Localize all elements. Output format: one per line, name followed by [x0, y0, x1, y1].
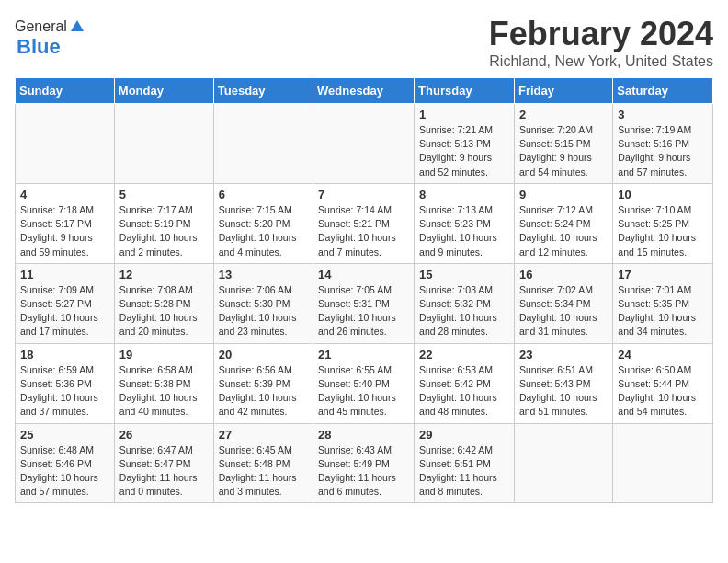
- calendar-body: 1Sunrise: 7:21 AM Sunset: 5:13 PM Daylig…: [16, 104, 713, 503]
- calendar-row-0: 1Sunrise: 7:21 AM Sunset: 5:13 PM Daylig…: [16, 104, 713, 184]
- main-title: February 2024: [489, 15, 713, 53]
- logo: General Blue: [15, 18, 85, 59]
- day-number: 14: [318, 268, 409, 282]
- day-info: Sunrise: 6:48 AM Sunset: 5:46 PM Dayligh…: [20, 443, 109, 500]
- day-info: Sunrise: 6:58 AM Sunset: 5:38 PM Dayligh…: [119, 363, 209, 419]
- day-number: 6: [219, 188, 308, 201]
- calendar-cell: 23Sunrise: 6:51 AM Sunset: 5:43 PM Dayli…: [514, 343, 612, 423]
- day-number: 13: [219, 268, 308, 282]
- calendar-cell: 5Sunrise: 7:17 AM Sunset: 5:19 PM Daylig…: [114, 183, 213, 263]
- day-number: 20: [219, 348, 308, 362]
- calendar-cell: [514, 423, 612, 503]
- day-info: Sunrise: 6:45 AM Sunset: 5:48 PM Dayligh…: [219, 443, 308, 500]
- calendar-cell: [313, 104, 415, 184]
- day-number: 27: [219, 428, 308, 442]
- day-number: 22: [419, 348, 509, 362]
- calendar-cell: 25Sunrise: 6:48 AM Sunset: 5:46 PM Dayli…: [16, 423, 115, 503]
- calendar-cell: 2Sunrise: 7:20 AM Sunset: 5:15 PM Daylig…: [514, 104, 612, 184]
- day-number: 1: [419, 108, 509, 121]
- logo-general: General: [15, 18, 67, 35]
- day-number: 23: [519, 348, 608, 362]
- calendar-cell: 16Sunrise: 7:02 AM Sunset: 5:34 PM Dayli…: [514, 263, 612, 343]
- day-info: Sunrise: 7:14 AM Sunset: 5:21 PM Dayligh…: [318, 203, 409, 259]
- title-area: February 2024 Richland, New York, United…: [489, 15, 713, 70]
- day-info: Sunrise: 6:51 AM Sunset: 5:43 PM Dayligh…: [519, 363, 608, 419]
- calendar-cell: 27Sunrise: 6:45 AM Sunset: 5:48 PM Dayli…: [213, 423, 313, 503]
- calendar-cell: 10Sunrise: 7:10 AM Sunset: 5:25 PM Dayli…: [613, 183, 713, 263]
- calendar-cell: 28Sunrise: 6:43 AM Sunset: 5:49 PM Dayli…: [313, 423, 415, 503]
- day-info: Sunrise: 7:09 AM Sunset: 5:27 PM Dayligh…: [20, 283, 109, 339]
- calendar-cell: 26Sunrise: 6:47 AM Sunset: 5:47 PM Dayli…: [114, 423, 213, 503]
- day-info: Sunrise: 7:08 AM Sunset: 5:28 PM Dayligh…: [119, 283, 209, 339]
- day-info: Sunrise: 7:13 AM Sunset: 5:23 PM Dayligh…: [419, 203, 509, 259]
- calendar-row-2: 11Sunrise: 7:09 AM Sunset: 5:27 PM Dayli…: [16, 263, 713, 343]
- day-info: Sunrise: 7:10 AM Sunset: 5:25 PM Dayligh…: [618, 203, 708, 259]
- svg-marker-0: [71, 20, 84, 31]
- calendar-cell: [16, 104, 115, 184]
- day-number: 5: [119, 188, 209, 201]
- day-info: Sunrise: 6:43 AM Sunset: 5:49 PM Dayligh…: [318, 443, 409, 500]
- header-sunday: Sunday: [16, 78, 115, 104]
- header-monday: Monday: [114, 78, 213, 104]
- calendar-cell: [613, 423, 713, 503]
- day-number: 12: [119, 268, 209, 282]
- day-number: 2: [519, 108, 608, 121]
- header-thursday: Thursday: [415, 78, 515, 104]
- day-info: Sunrise: 6:56 AM Sunset: 5:39 PM Dayligh…: [219, 363, 308, 419]
- day-number: 11: [20, 268, 109, 282]
- calendar-cell: 6Sunrise: 7:15 AM Sunset: 5:20 PM Daylig…: [213, 183, 313, 263]
- calendar-cell: 12Sunrise: 7:08 AM Sunset: 5:28 PM Dayli…: [114, 263, 213, 343]
- day-info: Sunrise: 6:55 AM Sunset: 5:40 PM Dayligh…: [318, 363, 409, 419]
- calendar-cell: 1Sunrise: 7:21 AM Sunset: 5:13 PM Daylig…: [415, 104, 515, 184]
- day-number: 3: [618, 108, 708, 121]
- day-number: 8: [419, 188, 509, 201]
- day-number: 24: [618, 348, 708, 362]
- day-number: 25: [20, 428, 109, 442]
- calendar-cell: 22Sunrise: 6:53 AM Sunset: 5:42 PM Dayli…: [415, 343, 515, 423]
- day-number: 15: [419, 268, 509, 282]
- day-number: 4: [20, 188, 109, 201]
- calendar-cell: [114, 104, 213, 184]
- day-number: 17: [618, 268, 708, 282]
- day-info: Sunrise: 7:12 AM Sunset: 5:24 PM Dayligh…: [519, 203, 608, 259]
- header-friday: Friday: [514, 78, 612, 104]
- day-info: Sunrise: 6:53 AM Sunset: 5:42 PM Dayligh…: [419, 363, 509, 419]
- calendar-cell: [213, 104, 313, 184]
- day-number: 29: [419, 428, 509, 442]
- day-number: 7: [318, 188, 409, 201]
- day-info: Sunrise: 7:19 AM Sunset: 5:16 PM Dayligh…: [618, 123, 708, 179]
- calendar-cell: 20Sunrise: 6:56 AM Sunset: 5:39 PM Dayli…: [213, 343, 313, 423]
- calendar-cell: 11Sunrise: 7:09 AM Sunset: 5:27 PM Dayli…: [16, 263, 115, 343]
- calendar-table: SundayMondayTuesdayWednesdayThursdayFrid…: [15, 77, 713, 503]
- calendar-cell: 3Sunrise: 7:19 AM Sunset: 5:16 PM Daylig…: [613, 104, 713, 184]
- calendar-cell: 15Sunrise: 7:03 AM Sunset: 5:32 PM Dayli…: [415, 263, 515, 343]
- page-header: General Blue February 2024 Richland, New…: [15, 15, 713, 70]
- subtitle: Richland, New York, United States: [489, 53, 713, 70]
- day-number: 10: [618, 188, 708, 201]
- header-wednesday: Wednesday: [313, 78, 415, 104]
- day-info: Sunrise: 7:03 AM Sunset: 5:32 PM Dayligh…: [419, 283, 509, 339]
- day-number: 26: [119, 428, 209, 442]
- calendar-row-1: 4Sunrise: 7:18 AM Sunset: 5:17 PM Daylig…: [16, 183, 713, 263]
- day-number: 21: [318, 348, 409, 362]
- day-number: 18: [20, 348, 109, 362]
- day-info: Sunrise: 6:42 AM Sunset: 5:51 PM Dayligh…: [419, 443, 509, 500]
- header-tuesday: Tuesday: [213, 78, 313, 104]
- calendar-row-4: 25Sunrise: 6:48 AM Sunset: 5:46 PM Dayli…: [16, 423, 713, 503]
- day-info: Sunrise: 7:21 AM Sunset: 5:13 PM Dayligh…: [419, 123, 509, 179]
- day-info: Sunrise: 7:05 AM Sunset: 5:31 PM Dayligh…: [318, 283, 409, 339]
- logo-icon: [69, 18, 85, 35]
- calendar-cell: 18Sunrise: 6:59 AM Sunset: 5:36 PM Dayli…: [16, 343, 115, 423]
- calendar-cell: 19Sunrise: 6:58 AM Sunset: 5:38 PM Dayli…: [114, 343, 213, 423]
- header-row: SundayMondayTuesdayWednesdayThursdayFrid…: [16, 78, 713, 104]
- calendar-cell: 4Sunrise: 7:18 AM Sunset: 5:17 PM Daylig…: [16, 183, 115, 263]
- day-info: Sunrise: 7:17 AM Sunset: 5:19 PM Dayligh…: [119, 203, 209, 259]
- calendar-cell: 17Sunrise: 7:01 AM Sunset: 5:35 PM Dayli…: [613, 263, 713, 343]
- day-info: Sunrise: 6:47 AM Sunset: 5:47 PM Dayligh…: [119, 443, 209, 500]
- calendar-cell: 9Sunrise: 7:12 AM Sunset: 5:24 PM Daylig…: [514, 183, 612, 263]
- calendar-cell: 8Sunrise: 7:13 AM Sunset: 5:23 PM Daylig…: [415, 183, 515, 263]
- calendar-row-3: 18Sunrise: 6:59 AM Sunset: 5:36 PM Dayli…: [16, 343, 713, 423]
- calendar-cell: 7Sunrise: 7:14 AM Sunset: 5:21 PM Daylig…: [313, 183, 415, 263]
- calendar-cell: 29Sunrise: 6:42 AM Sunset: 5:51 PM Dayli…: [415, 423, 515, 503]
- logo-blue: Blue: [17, 35, 61, 59]
